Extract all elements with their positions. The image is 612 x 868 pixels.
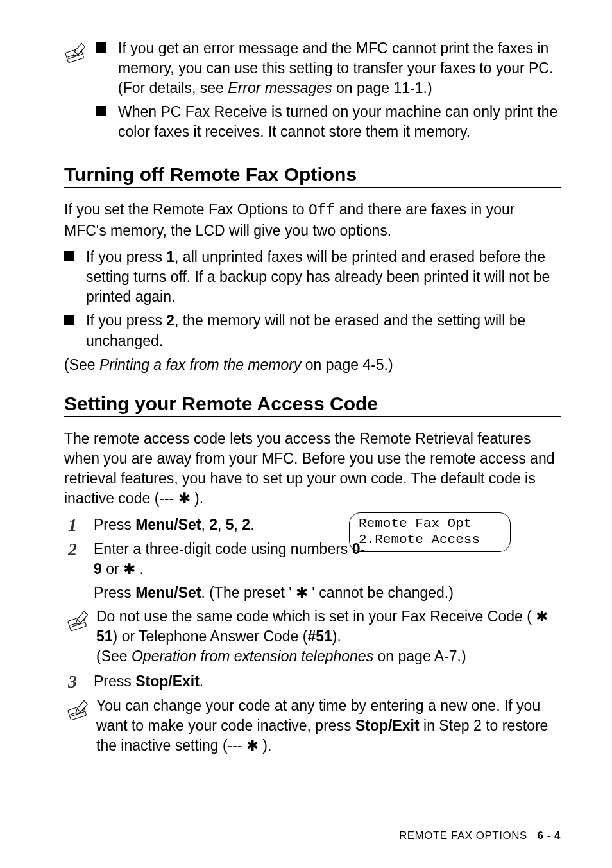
footer-page-number: 6 - 4 [537, 829, 561, 842]
footer-section-label: REMOTE FAX OPTIONS [399, 829, 527, 842]
bullet-square-icon [96, 106, 106, 116]
section-heading-remote-access: Setting your Remote Access Code [64, 393, 561, 417]
note-item-1: If you get an error message and the MFC … [118, 39, 561, 98]
step-number-1: 1 [68, 515, 91, 535]
lcd-line-2: 2.Remote Access [359, 532, 501, 548]
note-block-codes: Do not use the same code which is set in… [67, 607, 561, 666]
step-number-3: 3 [68, 672, 91, 692]
section1-bullet-2: If you press 2, the memory will not be e… [86, 311, 561, 351]
lcd-line-1: Remote Fax Opt [359, 516, 501, 532]
pencil-note-icon [67, 697, 92, 723]
section2-intro: The remote access code lets you access t… [64, 429, 561, 508]
note-item-2: When PC Fax Receive is turned on your ma… [118, 102, 561, 142]
section-heading-turning-off: Turning off Remote Fax Options [64, 164, 561, 188]
bullet-square-icon [96, 42, 106, 53]
top-note-block: If you get an error message and the MFC … [64, 39, 561, 146]
step-number-2: 2 [68, 539, 91, 560]
bullet-square-icon [64, 315, 74, 325]
section1-see-ref: (See Printing a fax from the memory on p… [64, 355, 561, 375]
page-footer: REMOTE FAX OPTIONS 6 - 4 [399, 829, 561, 842]
pencil-note-icon [67, 608, 92, 634]
section1-intro: If you set the Remote Fax Options to Off… [64, 200, 561, 241]
lcd-display: Remote Fax Opt 2.Remote Access [349, 512, 511, 552]
pencil-note-icon [64, 40, 90, 65]
step-3: 3 Press Stop/Exit. [64, 672, 561, 692]
note-block-change-code: You can change your code at any time by … [67, 696, 561, 756]
section1-bullet-1: If you press 1, all unprinted faxes will… [86, 247, 561, 307]
bullet-square-icon [64, 251, 74, 261]
